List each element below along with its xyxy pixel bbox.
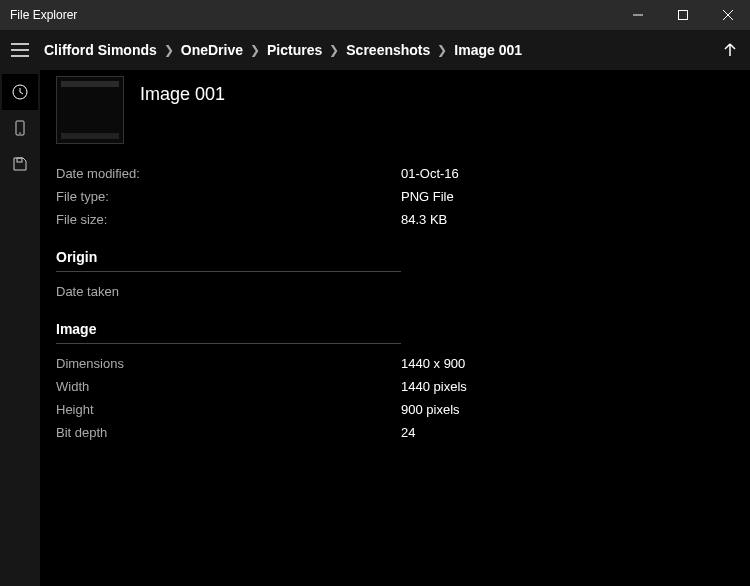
chevron-right-icon: ❯ [329,43,339,57]
close-button[interactable] [705,0,750,30]
detail-label: File size: [56,212,401,227]
sidebar-device[interactable] [2,110,38,146]
menu-button[interactable] [0,30,40,70]
section-heading: Image [56,321,401,344]
titlebar: File Explorer [0,0,750,30]
detail-row: File size: 84.3 KB [56,208,734,231]
detail-label: Dimensions [56,356,401,371]
detail-value: PNG File [401,189,454,204]
content: Image 001 Date modified: 01-Oct-16 File … [40,70,750,586]
chevron-right-icon: ❯ [164,43,174,57]
chevron-right-icon: ❯ [437,43,447,57]
clock-icon [12,84,28,100]
svg-rect-10 [17,158,22,162]
detail-row: Bit depth 24 [56,421,734,444]
minimize-button[interactable] [615,0,660,30]
main-area: Image 001 Date modified: 01-Oct-16 File … [0,70,750,586]
image-section: Image Dimensions 1440 x 900 Width 1440 p… [56,321,734,444]
detail-label: Bit depth [56,425,401,440]
detail-value: 1440 x 900 [401,356,465,371]
chevron-right-icon: ❯ [250,43,260,57]
detail-value: 900 pixels [401,402,460,417]
navbar: Clifford Simonds ❯ OneDrive ❯ Pictures ❯… [0,30,750,70]
detail-row: Date modified: 01-Oct-16 [56,162,734,185]
up-button[interactable] [710,30,750,70]
detail-label: Height [56,402,401,417]
detail-row: Height 900 pixels [56,398,734,421]
breadcrumb-item[interactable]: Image 001 [454,42,522,58]
detail-row: Date taken [56,280,734,303]
detail-value: 84.3 KB [401,212,447,227]
detail-value: 01-Oct-16 [401,166,459,181]
section-heading: Origin [56,249,401,272]
detail-label: Date taken [56,284,401,299]
window-controls [615,0,750,30]
sidebar-save[interactable] [2,146,38,182]
window-title: File Explorer [10,8,615,22]
detail-label: File type: [56,189,401,204]
breadcrumb-item[interactable]: Pictures [267,42,322,58]
detail-label: Width [56,379,401,394]
file-thumbnail[interactable] [56,76,124,144]
detail-value: 24 [401,425,415,440]
device-icon [12,120,28,136]
file-header: Image 001 [56,76,734,144]
detail-row: Width 1440 pixels [56,375,734,398]
breadcrumb: Clifford Simonds ❯ OneDrive ❯ Pictures ❯… [40,42,710,58]
maximize-button[interactable] [660,0,705,30]
detail-row: File type: PNG File [56,185,734,208]
svg-rect-1 [678,11,687,20]
breadcrumb-item[interactable]: Screenshots [346,42,430,58]
detail-value: 1440 pixels [401,379,467,394]
file-name: Image 001 [140,76,225,105]
breadcrumb-item[interactable]: OneDrive [181,42,243,58]
detail-label: Date modified: [56,166,401,181]
origin-section: Origin Date taken [56,249,734,303]
save-icon [12,156,28,172]
sidebar-recent[interactable] [2,74,38,110]
detail-row: Dimensions 1440 x 900 [56,352,734,375]
sidebar [0,70,40,586]
breadcrumb-item[interactable]: Clifford Simonds [44,42,157,58]
svg-point-9 [19,132,21,134]
